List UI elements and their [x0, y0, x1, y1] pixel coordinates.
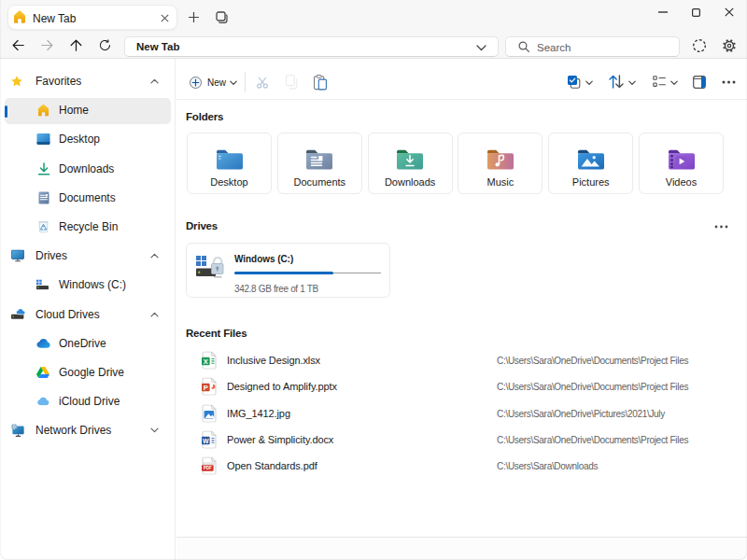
svg-text:X: X — [204, 357, 208, 366]
svg-text:W: W — [203, 437, 209, 443]
svg-text:PDF: PDF — [204, 466, 212, 470]
svg-text:P: P — [204, 384, 208, 392]
